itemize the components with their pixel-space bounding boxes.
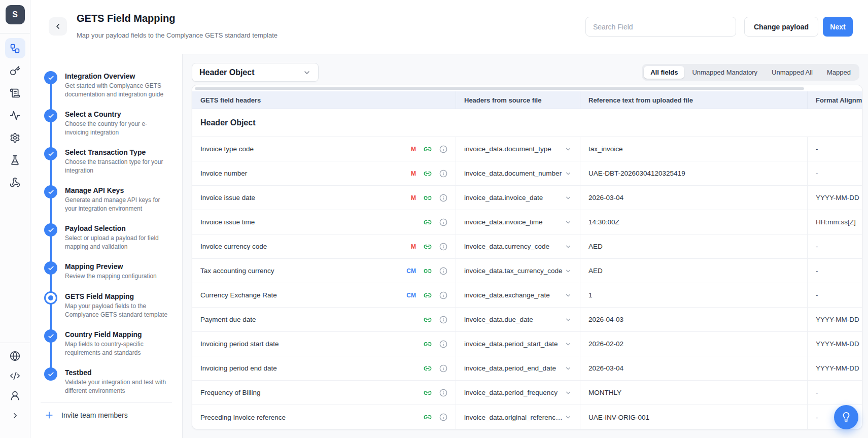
nav-account[interactable] bbox=[5, 386, 25, 406]
change-payload-button[interactable]: Change payload bbox=[744, 17, 818, 37]
nav-testing[interactable] bbox=[5, 150, 25, 170]
info-icon[interactable] bbox=[439, 267, 447, 275]
link-icon[interactable] bbox=[424, 243, 432, 251]
step-desc: Generate and manage API keys for your in… bbox=[65, 196, 170, 213]
tab-unmapped-all[interactable]: Unmapped All bbox=[765, 66, 819, 79]
info-icon[interactable] bbox=[439, 170, 447, 178]
gets-field-label: Frequency of Billing bbox=[200, 389, 404, 396]
step-desc: Choose the country for your e-invoicing … bbox=[65, 120, 170, 137]
column-header-source: Headers from source file bbox=[456, 91, 580, 109]
link-icon[interactable] bbox=[424, 413, 432, 421]
divider bbox=[0, 33, 30, 33]
gets-field-label: Invoice currency code bbox=[200, 243, 404, 250]
main-content: Header Object All fields Unmapped Mandat… bbox=[183, 54, 868, 438]
nav-settings[interactable] bbox=[5, 127, 25, 148]
format-alignment: - bbox=[808, 259, 862, 283]
chevron-down-icon bbox=[565, 365, 572, 372]
nav-developer[interactable] bbox=[5, 366, 25, 386]
table-row: Invoice type codeM invoice_data.document… bbox=[192, 137, 862, 161]
tab-mapped[interactable]: Mapped bbox=[820, 66, 857, 79]
source-field-dropdown[interactable]: invoice_data.invoice_time bbox=[456, 210, 580, 234]
expand-rail-button[interactable] bbox=[5, 406, 25, 425]
info-icon[interactable] bbox=[439, 364, 447, 373]
step-check-icon bbox=[44, 71, 57, 84]
format-alignment: - bbox=[808, 234, 862, 258]
step[interactable]: Payload SelectionSelect or upload a payl… bbox=[44, 223, 173, 251]
nav-webhooks[interactable] bbox=[5, 172, 25, 192]
section-dropdown[interactable]: Header Object bbox=[192, 63, 319, 82]
nav-globe[interactable] bbox=[5, 346, 25, 366]
link-icon[interactable] bbox=[424, 364, 432, 373]
top-bar: GETS Field Mapping Map your payload fiel… bbox=[30, 0, 868, 54]
step[interactable]: TestbedValidate your integration and tes… bbox=[44, 367, 173, 395]
info-icon[interactable] bbox=[439, 389, 447, 397]
source-field-value: invoice_data.exchange_rate bbox=[464, 291, 565, 299]
chevron-down-icon bbox=[303, 69, 311, 77]
info-icon[interactable] bbox=[439, 145, 447, 153]
link-icon[interactable] bbox=[424, 194, 432, 202]
source-field-dropdown[interactable]: invoice_data.tax_currency_code bbox=[456, 259, 580, 283]
next-button[interactable]: Next bbox=[823, 17, 853, 37]
gets-field-label: Invoicing period end date bbox=[200, 364, 404, 372]
gets-field-label: Currency Exchange Rate bbox=[200, 291, 404, 299]
info-icon[interactable] bbox=[439, 218, 447, 226]
info-icon[interactable] bbox=[439, 340, 447, 348]
format-alignment: YYYY-MM-DD bbox=[808, 308, 862, 331]
nav-workflow[interactable] bbox=[5, 38, 25, 58]
step[interactable]: Select Transaction TypeChoose the transa… bbox=[44, 147, 173, 175]
link-icon[interactable] bbox=[424, 267, 432, 275]
app-logo[interactable]: S bbox=[6, 5, 25, 24]
format-alignment: YYYY-MM-DD bbox=[808, 186, 862, 210]
link-icon[interactable] bbox=[424, 170, 432, 178]
nav-logs[interactable] bbox=[5, 83, 25, 103]
nav-activity[interactable] bbox=[5, 105, 25, 125]
tab-unmapped-mandatory[interactable]: Unmapped Mandatory bbox=[685, 66, 764, 79]
chevron-down-icon bbox=[565, 341, 572, 348]
info-icon[interactable] bbox=[439, 194, 447, 202]
info-icon[interactable] bbox=[439, 243, 447, 251]
format-alignment: YYYY-MM-DD bbox=[808, 356, 862, 380]
requirement-badge: M bbox=[404, 170, 416, 177]
group-header: Header Object bbox=[192, 109, 862, 137]
link-icon[interactable] bbox=[424, 218, 432, 226]
gear-icon bbox=[10, 132, 20, 143]
info-icon[interactable] bbox=[439, 316, 447, 324]
link-icon[interactable] bbox=[424, 316, 432, 324]
step[interactable]: Integration OverviewGet started with Com… bbox=[44, 71, 173, 98]
source-field-dropdown[interactable]: invoice_data.period_end_date bbox=[456, 356, 580, 380]
requirement-badge: M bbox=[404, 194, 416, 201]
gets-field-label: Invoice type code bbox=[200, 145, 404, 153]
chevron-down-icon bbox=[565, 194, 572, 201]
link-icon[interactable] bbox=[424, 291, 432, 299]
tab-all-fields[interactable]: All fields bbox=[644, 66, 684, 79]
source-field-dropdown[interactable]: invoice_data.currency_code bbox=[456, 234, 580, 258]
invite-team-members-button[interactable]: Invite team members bbox=[44, 410, 128, 420]
step[interactable]: Manage API KeysGenerate and manage API k… bbox=[44, 185, 173, 213]
source-field-dropdown[interactable]: invoice_data.exchange_rate bbox=[456, 283, 580, 307]
plus-icon bbox=[44, 410, 54, 420]
step[interactable]: Mapping PreviewReview the mapping config… bbox=[44, 261, 173, 281]
step[interactable]: GETS Field MappingMap your payload field… bbox=[44, 291, 173, 319]
link-icon[interactable] bbox=[424, 389, 432, 397]
nav-api-keys[interactable] bbox=[5, 60, 25, 81]
help-fab-button[interactable] bbox=[834, 405, 858, 429]
source-field-dropdown[interactable]: invoice_data.original_reference_id bbox=[456, 405, 580, 429]
source-field-dropdown[interactable]: invoice_data.period_start_date bbox=[456, 332, 580, 356]
scrollbar-thumb[interactable] bbox=[195, 87, 804, 90]
source-field-dropdown[interactable]: invoice_data.document_type bbox=[456, 137, 580, 161]
reference-text: 2026-03-04 bbox=[580, 356, 808, 380]
step[interactable]: Select a CountryChoose the country for y… bbox=[44, 109, 173, 137]
link-icon[interactable] bbox=[424, 145, 432, 153]
source-field-dropdown[interactable]: invoice_data.due_date bbox=[456, 308, 580, 331]
source-field-dropdown[interactable]: invoice_data.period_frequency bbox=[456, 381, 580, 405]
gets-field-label: Invoice number bbox=[200, 170, 404, 177]
back-button[interactable] bbox=[49, 17, 67, 36]
source-field-dropdown[interactable]: invoice_data.invoice_date bbox=[456, 186, 580, 210]
link-icon[interactable] bbox=[424, 340, 432, 348]
info-icon[interactable] bbox=[439, 413, 447, 421]
info-icon[interactable] bbox=[439, 291, 447, 299]
step[interactable]: Country Field MappingMap fields to count… bbox=[44, 329, 173, 357]
format-alignment: - bbox=[808, 381, 862, 405]
source-field-dropdown[interactable]: invoice_data.document_number bbox=[456, 161, 580, 185]
search-input[interactable] bbox=[585, 17, 736, 37]
